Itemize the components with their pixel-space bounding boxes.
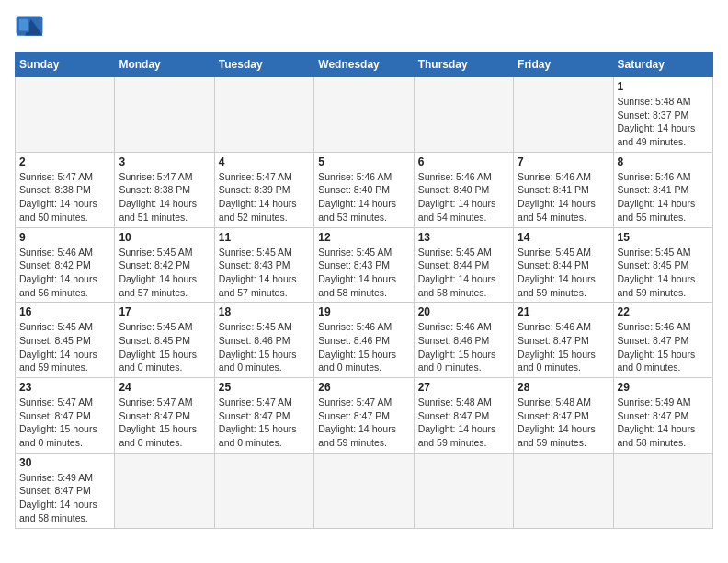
calendar-week-row: 2Sunrise: 5:47 AMSunset: 8:38 PMDaylight… — [16, 152, 713, 227]
day-info: Sunrise: 5:46 AMSunset: 8:46 PMDaylight:… — [418, 320, 509, 374]
day-number: 11 — [219, 231, 310, 244]
calendar-cell — [414, 453, 513, 528]
day-number: 15 — [618, 231, 709, 244]
day-number: 14 — [518, 231, 609, 244]
calendar-cell: 16Sunrise: 5:45 AMSunset: 8:45 PMDayligh… — [16, 303, 115, 378]
page-header — [15, 15, 713, 40]
day-number: 1 — [618, 80, 709, 93]
day-number: 21 — [518, 305, 609, 318]
calendar-header-row: SundayMondayTuesdayWednesdayThursdayFrid… — [16, 52, 713, 77]
day-info: Sunrise: 5:48 AMSunset: 8:37 PMDaylight:… — [618, 95, 709, 149]
day-info: Sunrise: 5:45 AMSunset: 8:44 PMDaylight:… — [418, 246, 509, 300]
calendar-cell: 28Sunrise: 5:48 AMSunset: 8:47 PMDayligh… — [514, 378, 613, 454]
day-info: Sunrise: 5:46 AMSunset: 8:47 PMDaylight:… — [618, 320, 709, 374]
weekday-header-sunday: Sunday — [16, 52, 115, 77]
day-number: 22 — [618, 305, 709, 318]
day-number: 30 — [19, 456, 110, 469]
calendar-week-row: 16Sunrise: 5:45 AMSunset: 8:45 PMDayligh… — [16, 303, 713, 378]
day-info: Sunrise: 5:46 AMSunset: 8:40 PMDaylight:… — [318, 170, 409, 224]
calendar-cell: 23Sunrise: 5:47 AMSunset: 8:47 PMDayligh… — [16, 378, 115, 454]
calendar-week-row: 9Sunrise: 5:46 AMSunset: 8:42 PMDaylight… — [16, 227, 713, 303]
calendar-cell: 17Sunrise: 5:45 AMSunset: 8:45 PMDayligh… — [115, 303, 214, 378]
day-number: 2 — [19, 155, 110, 168]
day-number: 26 — [318, 381, 409, 394]
day-number: 20 — [418, 305, 509, 318]
day-number: 18 — [219, 305, 310, 318]
day-info: Sunrise: 5:46 AMSunset: 8:40 PMDaylight:… — [418, 170, 509, 224]
calendar-cell: 2Sunrise: 5:47 AMSunset: 8:38 PMDaylight… — [16, 152, 115, 227]
day-info: Sunrise: 5:45 AMSunset: 8:42 PMDaylight:… — [119, 246, 210, 300]
day-info: Sunrise: 5:47 AMSunset: 8:47 PMDaylight:… — [19, 396, 110, 450]
calendar-cell: 29Sunrise: 5:49 AMSunset: 8:47 PMDayligh… — [613, 378, 712, 454]
calendar-cell: 10Sunrise: 5:45 AMSunset: 8:42 PMDayligh… — [115, 227, 214, 303]
calendar-cell: 5Sunrise: 5:46 AMSunset: 8:40 PMDaylight… — [314, 152, 414, 227]
day-info: Sunrise: 5:45 AMSunset: 8:45 PMDaylight:… — [19, 320, 110, 374]
day-number: 9 — [19, 231, 110, 244]
day-number: 27 — [418, 381, 509, 394]
day-info: Sunrise: 5:45 AMSunset: 8:43 PMDaylight:… — [318, 246, 409, 300]
day-info: Sunrise: 5:45 AMSunset: 8:45 PMDaylight:… — [618, 246, 709, 300]
calendar-cell: 8Sunrise: 5:46 AMSunset: 8:41 PMDaylight… — [613, 152, 712, 227]
day-info: Sunrise: 5:47 AMSunset: 8:47 PMDaylight:… — [119, 396, 210, 450]
calendar-cell: 9Sunrise: 5:46 AMSunset: 8:42 PMDaylight… — [16, 227, 115, 303]
calendar-cell — [115, 453, 214, 528]
weekday-header-wednesday: Wednesday — [314, 52, 414, 77]
day-info: Sunrise: 5:46 AMSunset: 8:41 PMDaylight:… — [618, 170, 709, 224]
day-number: 23 — [19, 381, 110, 394]
weekday-header-saturday: Saturday — [613, 52, 712, 77]
day-number: 28 — [518, 381, 609, 394]
weekday-header-thursday: Thursday — [414, 52, 513, 77]
calendar-cell: 27Sunrise: 5:48 AMSunset: 8:47 PMDayligh… — [414, 378, 513, 454]
calendar-cell — [16, 77, 115, 153]
calendar-cell — [613, 453, 712, 528]
calendar-table: SundayMondayTuesdayWednesdayThursdayFrid… — [15, 52, 713, 529]
day-number: 13 — [418, 231, 509, 244]
day-info: Sunrise: 5:46 AMSunset: 8:46 PMDaylight:… — [318, 320, 409, 374]
calendar-cell: 19Sunrise: 5:46 AMSunset: 8:46 PMDayligh… — [314, 303, 414, 378]
svg-rect-4 — [19, 19, 28, 31]
day-number: 4 — [219, 155, 310, 168]
calendar-cell: 30Sunrise: 5:49 AMSunset: 8:47 PMDayligh… — [16, 453, 115, 528]
day-number: 19 — [318, 305, 409, 318]
day-info: Sunrise: 5:47 AMSunset: 8:47 PMDaylight:… — [219, 396, 310, 450]
day-info: Sunrise: 5:49 AMSunset: 8:47 PMDaylight:… — [618, 396, 709, 450]
day-number: 25 — [219, 381, 310, 394]
day-number: 8 — [618, 155, 709, 168]
calendar-cell — [314, 453, 414, 528]
day-number: 10 — [119, 231, 210, 244]
calendar-cell: 1Sunrise: 5:48 AMSunset: 8:37 PMDaylight… — [613, 77, 712, 153]
calendar-cell — [214, 77, 313, 153]
day-number: 29 — [618, 381, 709, 394]
calendar-cell — [514, 77, 613, 153]
calendar-cell: 15Sunrise: 5:45 AMSunset: 8:45 PMDayligh… — [613, 227, 712, 303]
calendar-cell — [115, 77, 214, 153]
logo — [15, 15, 48, 40]
day-info: Sunrise: 5:47 AMSunset: 8:38 PMDaylight:… — [19, 170, 110, 224]
day-info: Sunrise: 5:45 AMSunset: 8:44 PMDaylight:… — [518, 246, 609, 300]
weekday-header-friday: Friday — [514, 52, 613, 77]
day-info: Sunrise: 5:48 AMSunset: 8:47 PMDaylight:… — [418, 396, 509, 450]
logo-icon — [15, 15, 44, 40]
calendar-cell — [314, 77, 414, 153]
day-info: Sunrise: 5:46 AMSunset: 8:41 PMDaylight:… — [518, 170, 609, 224]
calendar-cell: 3Sunrise: 5:47 AMSunset: 8:38 PMDaylight… — [115, 152, 214, 227]
calendar-cell: 20Sunrise: 5:46 AMSunset: 8:46 PMDayligh… — [414, 303, 513, 378]
calendar-cell: 25Sunrise: 5:47 AMSunset: 8:47 PMDayligh… — [214, 378, 313, 454]
calendar-cell: 13Sunrise: 5:45 AMSunset: 8:44 PMDayligh… — [414, 227, 513, 303]
day-info: Sunrise: 5:47 AMSunset: 8:39 PMDaylight:… — [219, 170, 310, 224]
calendar-cell: 24Sunrise: 5:47 AMSunset: 8:47 PMDayligh… — [115, 378, 214, 454]
weekday-header-monday: Monday — [115, 52, 214, 77]
calendar-cell: 18Sunrise: 5:45 AMSunset: 8:46 PMDayligh… — [214, 303, 313, 378]
day-number: 5 — [318, 155, 409, 168]
day-info: Sunrise: 5:47 AMSunset: 8:47 PMDaylight:… — [318, 396, 409, 450]
day-info: Sunrise: 5:47 AMSunset: 8:38 PMDaylight:… — [119, 170, 210, 224]
day-number: 24 — [119, 381, 210, 394]
day-number: 12 — [318, 231, 409, 244]
day-info: Sunrise: 5:45 AMSunset: 8:43 PMDaylight:… — [219, 246, 310, 300]
day-number: 7 — [518, 155, 609, 168]
calendar-cell: 21Sunrise: 5:46 AMSunset: 8:47 PMDayligh… — [514, 303, 613, 378]
calendar-cell — [214, 453, 313, 528]
calendar-week-row: 1Sunrise: 5:48 AMSunset: 8:37 PMDaylight… — [16, 77, 713, 153]
calendar-week-row: 23Sunrise: 5:47 AMSunset: 8:47 PMDayligh… — [16, 378, 713, 454]
calendar-cell: 12Sunrise: 5:45 AMSunset: 8:43 PMDayligh… — [314, 227, 414, 303]
